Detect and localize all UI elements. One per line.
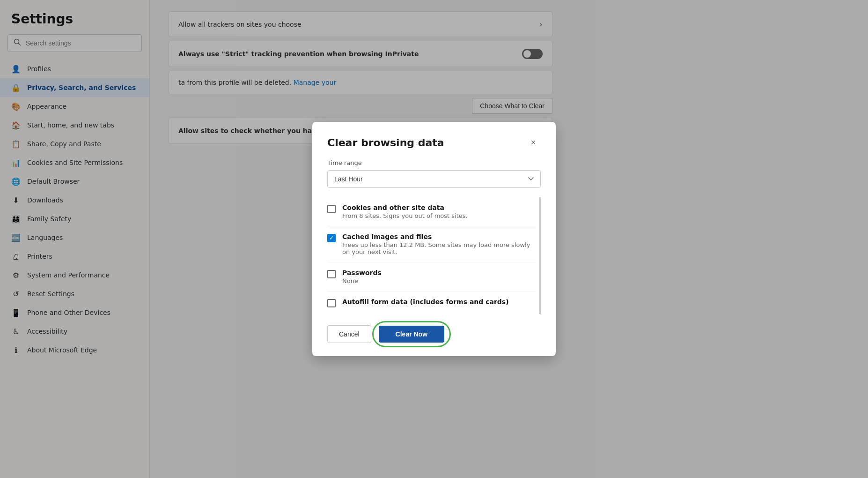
- checkbox-title-cached: Cached images and files: [342, 233, 536, 240]
- checkbox-group: Cookies and other site data From 8 sites…: [327, 197, 541, 314]
- checkbox-desc-passwords: None: [342, 277, 382, 284]
- checkbox-title-cookies: Cookies and other site data: [342, 204, 468, 211]
- clear-now-button[interactable]: Clear Now: [379, 326, 444, 343]
- modal-overlay[interactable]: Clear browsing data × Time range Last Ho…: [150, 0, 868, 478]
- modal-title: Clear browsing data: [327, 137, 444, 149]
- checkbox-desc-cookies: From 8 sites. Signs you out of most site…: [342, 212, 468, 219]
- checkbox-label-cookies: Cookies and other site data From 8 sites…: [342, 204, 468, 219]
- modal-footer: Cancel Clear Now: [327, 325, 541, 343]
- modal-header: Clear browsing data ×: [327, 135, 541, 150]
- checkbox-item-cookies: Cookies and other site data From 8 sites…: [327, 197, 536, 226]
- checkbox-item-autofill: Autofill form data (includes forms and c…: [327, 291, 536, 314]
- checkbox-title-passwords: Passwords: [342, 269, 382, 276]
- checkbox-label-autofill: Autofill form data (includes forms and c…: [342, 298, 509, 306]
- clear-now-wrapper: Clear Now: [379, 326, 444, 343]
- main-content-area: Allow all trackers on sites you choose ›…: [150, 0, 868, 478]
- time-range-label: Time range: [327, 159, 541, 166]
- checkbox-label-cached: Cached images and files Frees up less th…: [342, 233, 536, 255]
- close-button[interactable]: ×: [526, 135, 541, 150]
- checkbox-title-autofill: Autofill form data (includes forms and c…: [342, 298, 509, 306]
- clear-browsing-data-modal: Clear browsing data × Time range Last Ho…: [312, 122, 556, 356]
- checkbox-passwords[interactable]: [327, 270, 336, 278]
- time-range-select[interactable]: Last HourLast 24 hoursLast 7 daysLast 4 …: [327, 170, 541, 188]
- checkbox-cached[interactable]: [327, 234, 336, 242]
- checkbox-cookies[interactable]: [327, 205, 336, 213]
- checkbox-item-passwords: Passwords None: [327, 262, 536, 291]
- cancel-button[interactable]: Cancel: [327, 325, 371, 343]
- checkbox-label-passwords: Passwords None: [342, 269, 382, 284]
- checkbox-item-cached: Cached images and files Frees up less th…: [327, 226, 536, 262]
- checkbox-autofill[interactable]: [327, 299, 336, 307]
- checkbox-desc-cached: Frees up less than 12.2 MB. Some sites m…: [342, 241, 536, 255]
